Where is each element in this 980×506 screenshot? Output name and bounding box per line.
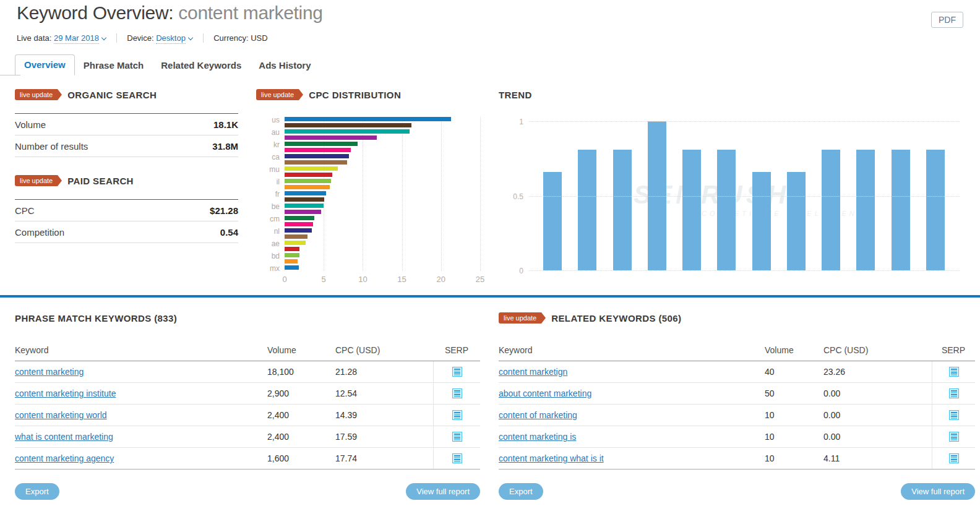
serp-icon[interactable] bbox=[452, 367, 462, 377]
keyword-link[interactable]: content marketign bbox=[499, 367, 567, 377]
cpc-bar bbox=[285, 247, 299, 251]
serp-icon[interactable] bbox=[452, 410, 462, 420]
table-header-row: Keyword Volume CPC (USD) SERP bbox=[499, 340, 975, 361]
trend-bar bbox=[787, 172, 806, 270]
serp-icon[interactable] bbox=[949, 367, 959, 377]
serp-cell bbox=[433, 405, 480, 426]
cpc-bar bbox=[285, 135, 377, 140]
gridline bbox=[480, 117, 481, 271]
tab-overview[interactable]: Overview bbox=[15, 54, 75, 75]
cpc-bar bbox=[285, 204, 324, 208]
export-button[interactable]: Export bbox=[15, 483, 59, 500]
tab-related-keywords[interactable]: Related Keywords bbox=[152, 56, 250, 75]
gridline bbox=[528, 196, 960, 197]
cpc-bar-row bbox=[285, 259, 480, 265]
cpc-bar bbox=[285, 166, 338, 171]
cpc-bar bbox=[285, 185, 330, 189]
cpc-bar-row bbox=[285, 148, 480, 153]
related-keywords-title: RELATED KEYWORDS (506) bbox=[551, 313, 681, 324]
currency-value: USD bbox=[251, 33, 267, 43]
serp-icon[interactable] bbox=[452, 432, 462, 442]
live-update-badge: live update bbox=[499, 312, 541, 324]
keyword-link[interactable]: content of marketing bbox=[499, 410, 577, 420]
serp-cell bbox=[433, 383, 480, 404]
serp-icon[interactable] bbox=[949, 453, 959, 463]
cpc-bar bbox=[285, 154, 349, 158]
y-tick-label: 1 bbox=[504, 118, 523, 126]
column-header-cpc: CPC (USD) bbox=[335, 345, 433, 355]
keyword-cell: content marketign bbox=[499, 367, 765, 377]
pdf-button[interactable]: PDF bbox=[931, 12, 963, 28]
cpc-bar-row bbox=[285, 185, 480, 191]
cpc-bar-row bbox=[285, 234, 480, 240]
cpc-bar bbox=[285, 191, 326, 195]
cpc-bar bbox=[285, 265, 299, 270]
divider bbox=[116, 33, 117, 43]
cpc-bar bbox=[285, 173, 332, 177]
cpc-bar bbox=[285, 123, 411, 127]
related-keywords-section: live update RELATED KEYWORDS (506) Keywo… bbox=[499, 311, 975, 500]
gridline bbox=[528, 270, 960, 271]
table-row: content of marketing100.00 bbox=[499, 405, 975, 426]
keyword-link[interactable]: content marketing institute bbox=[15, 388, 116, 398]
serp-icon[interactable] bbox=[452, 453, 462, 463]
view-full-report-button[interactable]: View full report bbox=[901, 483, 975, 500]
device-selector[interactable]: Desktop bbox=[156, 33, 186, 44]
column-header-cpc: CPC (USD) bbox=[823, 345, 932, 355]
country-label: au bbox=[256, 128, 280, 137]
view-full-report-button[interactable]: View full report bbox=[406, 483, 480, 500]
volume-cell: 40 bbox=[765, 367, 823, 377]
stat-label: Competition bbox=[15, 227, 64, 238]
cpc-cell: 21.28 bbox=[335, 367, 433, 377]
column-header-keyword: Keyword bbox=[499, 345, 765, 355]
cpc-bar bbox=[285, 210, 321, 214]
tab-bar: Overview Phrase Match Related Keywords A… bbox=[15, 54, 320, 75]
keyword-link[interactable]: content marketing what is it bbox=[499, 453, 604, 463]
table-row: content marketing agency1,60017.74 bbox=[15, 448, 480, 470]
live-data-label: Live data: bbox=[17, 33, 51, 43]
serp-icon[interactable] bbox=[949, 388, 959, 398]
cpc-bar-row: kr bbox=[285, 142, 480, 147]
trend-bar bbox=[926, 150, 945, 270]
serp-icon[interactable] bbox=[949, 410, 959, 420]
column-header-volume: Volume bbox=[267, 345, 335, 355]
keyword-link[interactable]: what is content marketing bbox=[15, 432, 113, 442]
trend-bar bbox=[613, 150, 632, 270]
keyword-cell: about content marketing bbox=[499, 388, 765, 398]
cpc-bar-row: bd bbox=[285, 253, 480, 259]
live-data-selector[interactable]: 29 Mar 2018 bbox=[54, 33, 99, 44]
table-row: content marketing world2,40014.39 bbox=[15, 405, 480, 426]
serp-icon[interactable] bbox=[452, 388, 462, 398]
keyword-cell: what is content marketing bbox=[15, 432, 267, 442]
cpc-bar-row bbox=[285, 160, 480, 166]
cpc-bar bbox=[285, 197, 324, 202]
tab-ads-history[interactable]: Ads History bbox=[250, 56, 319, 75]
cpc-cell: 0.00 bbox=[823, 388, 932, 398]
trend-bar bbox=[752, 172, 771, 270]
cpc-cell: 12.54 bbox=[335, 388, 433, 398]
serp-cell bbox=[932, 405, 975, 426]
keyword-link[interactable]: content marketing agency bbox=[15, 453, 114, 463]
cpc-bar-row: mu bbox=[285, 166, 480, 172]
country-label: ae bbox=[256, 239, 280, 248]
table-row: content marketing what is it104.11 bbox=[499, 448, 975, 470]
keyword-cell: content marketing institute bbox=[15, 388, 267, 398]
phrase-match-section: PHRASE MATCH KEYWORDS (833) Keyword Volu… bbox=[15, 311, 480, 500]
phrase-match-table: Keyword Volume CPC (USD) SERP content ma… bbox=[15, 340, 480, 470]
serp-icon[interactable] bbox=[949, 432, 959, 442]
cpc-bar bbox=[285, 228, 312, 233]
keyword-cell: content marketing agency bbox=[15, 453, 267, 463]
keyword-link[interactable]: content marketing world bbox=[15, 410, 107, 420]
trend-bar bbox=[578, 150, 596, 270]
cpc-bar bbox=[285, 222, 313, 226]
page-title-keyword: content marketing bbox=[173, 2, 322, 23]
tab-phrase-match[interactable]: Phrase Match bbox=[75, 56, 153, 75]
keyword-link[interactable]: about content marketing bbox=[499, 388, 591, 398]
keyword-link[interactable]: content marketing is bbox=[499, 432, 576, 442]
phrase-match-title: PHRASE MATCH KEYWORDS (833) bbox=[15, 313, 177, 324]
cpc-bar-row bbox=[285, 135, 480, 141]
keyword-link[interactable]: content marketing bbox=[15, 367, 84, 377]
export-button[interactable]: Export bbox=[499, 483, 543, 500]
serp-cell bbox=[932, 383, 975, 404]
cpc-cell: 0.00 bbox=[823, 410, 932, 420]
